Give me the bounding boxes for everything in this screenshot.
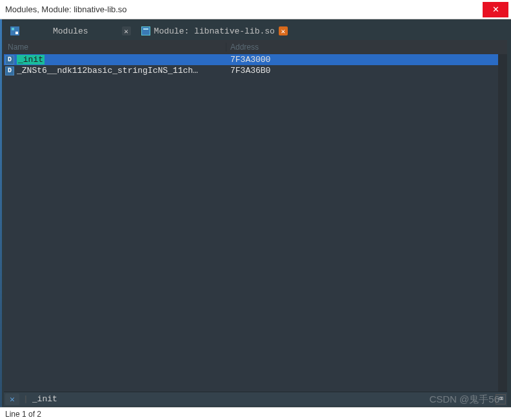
tab-module-lib[interactable]: Module: libnative-lib.so ✕ <box>137 24 292 38</box>
data-badge-icon: D <box>5 66 14 75</box>
separator: | <box>23 394 28 404</box>
vertical-scrollbar[interactable] <box>498 54 507 392</box>
table-body: D _init 7F3A3000 D _ZNSt6__ndk112basic_s… <box>4 54 507 392</box>
row-address: 7F3A36B0 <box>226 66 343 75</box>
window-title: Modules, Module: libnative-lib.so <box>5 5 127 14</box>
title-bar: Modules, Module: libnative-lib.so ✕ <box>0 0 511 19</box>
data-badge-icon: D <box>5 55 14 65</box>
window-close-button[interactable]: ✕ <box>483 2 508 17</box>
module-panel: Name Address D _init 7F3A3000 D _ZNSt6__… <box>4 40 507 392</box>
table-row[interactable]: D _ZNSt6__ndk112basic_stringIcNS_11ch… 7… <box>4 65 507 76</box>
status-bar: Line 1 of 2 <box>0 407 511 420</box>
table-row[interactable]: D _init 7F3A3000 <box>4 54 507 65</box>
search-bar: ✕ | ⌫ <box>4 392 507 406</box>
search-input[interactable] <box>32 394 492 404</box>
modules-icon <box>10 26 19 35</box>
tab-module-label: Module: libnative-lib.so <box>154 26 275 36</box>
tab-modules[interactable]: Modules ✕ <box>6 24 135 38</box>
tab-module-close-icon[interactable]: ✕ <box>279 26 288 35</box>
column-header-address[interactable]: Address <box>226 43 259 52</box>
content-area: Modules ✕ Module: libnative-lib.so ✕ Nam… <box>0 19 511 407</box>
search-clear-button[interactable]: ⌫ <box>496 394 506 405</box>
row-address: 7F3A3000 <box>226 55 343 65</box>
column-header-name[interactable]: Name <box>4 43 226 52</box>
module-icon <box>141 26 150 35</box>
left-edge-decoration <box>0 19 2 407</box>
row-name: _ZNSt6__ndk112basic_stringIcNS_11ch… <box>17 66 198 75</box>
tab-bar: Modules ✕ Module: libnative-lib.so ✕ <box>4 22 507 40</box>
table-header: Name Address <box>4 40 507 54</box>
search-close-button[interactable]: ✕ <box>5 394 19 405</box>
tab-modules-close-icon[interactable]: ✕ <box>122 26 131 35</box>
status-line-info: Line 1 of 2 <box>5 410 41 419</box>
tab-modules-label: Modules <box>53 26 88 36</box>
row-name: _init <box>17 55 45 65</box>
